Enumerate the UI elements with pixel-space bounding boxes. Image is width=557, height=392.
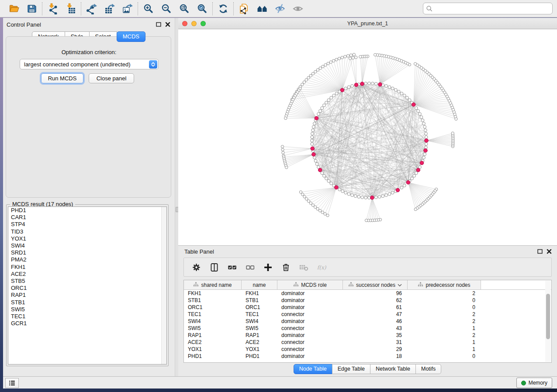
network-node[interactable] — [344, 87, 347, 90]
float-panel-icon[interactable] — [156, 22, 161, 27]
show-hidden-icon[interactable] — [292, 3, 304, 14]
network-leaf-node[interactable] — [314, 206, 316, 208]
network-node[interactable] — [381, 195, 384, 198]
table-row[interactable]: YOX1YOX1connector291 — [184, 346, 551, 353]
network-leaf-node[interactable] — [321, 211, 324, 213]
network-node[interactable] — [368, 82, 371, 85]
mcds-hub-node[interactable] — [425, 139, 429, 143]
mcds-result-item[interactable]: CAR1 — [8, 214, 166, 221]
show-panels-button[interactable] — [5, 378, 19, 388]
network-leaf-node[interactable] — [374, 53, 377, 56]
network-node[interactable] — [325, 101, 328, 104]
network-leaf-node[interactable] — [316, 69, 319, 71]
network-leaf-node[interactable] — [307, 76, 310, 79]
network-leaf-node[interactable] — [282, 151, 284, 154]
network-leaf-node[interactable] — [327, 62, 329, 65]
zoom-in-icon[interactable] — [142, 3, 154, 14]
network-node[interactable] — [423, 153, 426, 156]
network-node[interactable] — [371, 82, 374, 85]
mcds-hub-node[interactable] — [340, 88, 344, 92]
mcds-result-item[interactable]: RAP1 — [8, 292, 166, 299]
mcds-result-item[interactable]: YOX1 — [8, 235, 166, 242]
mcds-result-item[interactable]: TID3 — [8, 228, 166, 235]
mcds-hub-node[interactable] — [354, 83, 358, 87]
mcds-hub-node[interactable] — [424, 148, 428, 152]
first-neighbors-icon[interactable] — [256, 3, 268, 14]
network-node[interactable] — [423, 125, 426, 128]
network-leaf-node[interactable] — [359, 55, 362, 58]
delete-column-icon[interactable] — [280, 262, 291, 272]
network-leaf-node[interactable] — [318, 209, 321, 212]
network-leaf-node[interactable] — [309, 202, 312, 204]
table-row[interactable]: SWI4SWI4dominator462 — [184, 318, 551, 325]
mcds-hub-node[interactable] — [406, 181, 410, 185]
mcds-hub-node[interactable] — [315, 117, 318, 120]
table-scrollbar[interactable] — [545, 281, 551, 362]
network-node[interactable] — [364, 196, 367, 199]
network-node[interactable] — [413, 174, 416, 177]
mcds-result-item[interactable]: ACE2 — [8, 271, 166, 278]
network-leaf-node[interactable] — [281, 148, 284, 151]
mcds-result-item[interactable]: SWI5 — [8, 306, 166, 313]
network-leaf-node[interactable] — [414, 208, 417, 210]
mcds-hub-node[interactable] — [412, 103, 416, 107]
settings-icon[interactable] — [191, 262, 201, 272]
network-node[interactable] — [330, 96, 333, 100]
network-leaf-node[interactable] — [311, 204, 314, 206]
network-node[interactable] — [322, 174, 325, 177]
close-panel-button[interactable]: Close panel — [89, 73, 134, 83]
search-input[interactable] — [435, 5, 550, 12]
mcds-result-item[interactable]: FKH1 — [8, 264, 166, 271]
mcds-hub-node[interactable] — [312, 152, 316, 156]
network-leaf-node[interactable] — [309, 74, 312, 77]
network-node[interactable] — [388, 86, 391, 89]
network-node[interactable] — [338, 188, 341, 191]
network-node[interactable] — [335, 92, 338, 95]
network-node[interactable] — [425, 143, 428, 146]
network-node[interactable] — [318, 110, 322, 113]
network-node[interactable] — [314, 159, 317, 162]
network-leaf-node[interactable] — [316, 207, 319, 210]
network-node[interactable] — [311, 139, 314, 142]
mcds-hub-node[interactable] — [416, 168, 420, 172]
network-node[interactable] — [419, 113, 422, 116]
network-node[interactable] — [361, 196, 364, 199]
hide-selected-icon[interactable] — [274, 3, 286, 14]
float-table-panel-icon[interactable] — [537, 249, 543, 254]
network-leaf-node[interactable] — [349, 57, 351, 60]
network-node[interactable] — [354, 195, 357, 198]
network-leaf-node[interactable] — [303, 81, 305, 83]
network-node[interactable] — [364, 82, 367, 85]
network-canvas[interactable] — [178, 29, 557, 245]
network-node[interactable] — [325, 177, 328, 180]
mcds-hub-node[interactable] — [370, 196, 374, 200]
network-leaf-node[interactable] — [326, 214, 329, 217]
network-node[interactable] — [313, 156, 316, 159]
run-mcds-button[interactable]: Run MCDS — [41, 73, 83, 83]
network-node[interactable] — [408, 99, 411, 102]
network-node[interactable] — [317, 113, 320, 116]
table-row[interactable]: FKH1FKH1dominator962 — [184, 290, 551, 297]
network-node[interactable] — [321, 107, 324, 110]
toggle-panel-icon[interactable] — [209, 262, 219, 272]
mcds-result-item[interactable]: ORC1 — [8, 285, 166, 292]
network-node[interactable] — [378, 195, 381, 198]
network-node[interactable] — [311, 136, 314, 139]
tab-motifs[interactable]: Motifs — [415, 364, 441, 374]
network-leaf-node[interactable] — [353, 53, 355, 56]
network-node[interactable] — [322, 104, 325, 107]
network-leaf-node[interactable] — [346, 55, 349, 57]
network-node[interactable] — [385, 85, 388, 88]
mcds-list-scrollbar[interactable] — [161, 207, 166, 364]
mcds-result-item[interactable]: PHD1 — [8, 207, 166, 214]
memory-button[interactable]: Memory — [516, 378, 552, 388]
network-node[interactable] — [422, 122, 426, 125]
network-leaf-node[interactable] — [451, 132, 454, 134]
network-leaf-node[interactable] — [301, 193, 304, 196]
mcds-result-item[interactable]: SWI4 — [8, 242, 166, 249]
network-leaf-node[interactable] — [322, 65, 324, 68]
network-leaf-node[interactable] — [338, 57, 340, 60]
column-header-shared-name[interactable]: shared name — [184, 280, 242, 289]
network-node[interactable] — [400, 92, 403, 95]
network-node[interactable] — [415, 107, 418, 110]
